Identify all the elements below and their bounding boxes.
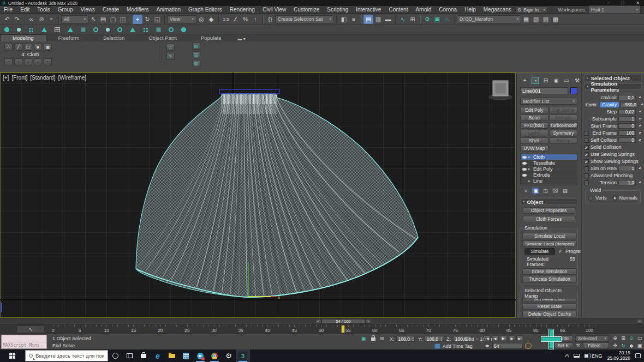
orbit-icon[interactable]: ↻: [619, 342, 627, 349]
spinner-icon[interactable]: ▴▾: [440, 336, 442, 342]
menu-edit[interactable]: Edit: [16, 6, 33, 14]
asset-library-icon[interactable]: ▦: [521, 15, 531, 24]
menu-create[interactable]: Create: [99, 6, 123, 14]
next-frame-button[interactable]: >: [365, 319, 371, 324]
ribbon-tab-modeling[interactable]: Modeling: [0, 34, 46, 41]
ribbon-tab-freeform[interactable]: Freeform: [46, 35, 92, 41]
checkbox-show-sewing-springs[interactable]: ✓: [584, 159, 589, 164]
ribbon-minimize-dropdown[interactable]: ▬ ▾: [237, 37, 245, 41]
spinner-icon[interactable]: ▴▾: [637, 137, 642, 143]
custom-toolbar-icon-7[interactable]: [81, 27, 86, 32]
ribbon-tool-b2-icon[interactable]: ▥: [192, 51, 200, 58]
menu-scripting[interactable]: Scripting: [323, 6, 352, 14]
weld-verts-radio[interactable]: Verts: [588, 195, 607, 201]
progress-checkbox[interactable]: ✓: [558, 249, 563, 254]
menu-megascans[interactable]: Megascans: [480, 6, 515, 14]
calculator-icon[interactable]: [179, 349, 193, 362]
object-rollout-header[interactable]: ▾ Object: [520, 198, 577, 205]
clock[interactable]: 20:19 25.09.2020: [607, 351, 630, 361]
close-button[interactable]: ✕: [636, 1, 640, 5]
simulate-local-button[interactable]: Simulate Local: [522, 233, 577, 239]
mini-curve-editor-button[interactable]: ∿: [16, 325, 45, 333]
select-link-icon[interactable]: ∞: [27, 15, 37, 24]
taskbar-search-input[interactable]: Введите здесь текст для поиска: [25, 350, 108, 361]
spinner-icon[interactable]: ▴▾: [637, 180, 642, 186]
custom-toolbar-icon-9[interactable]: [106, 28, 110, 32]
spinner-icon[interactable]: ▴▾: [637, 116, 642, 122]
spinner-icon[interactable]: ▴▾: [637, 166, 642, 172]
ribbon-tab-object-paint[interactable]: Object Paint: [136, 35, 189, 41]
key-mode-toggle-icon[interactable]: ◀▶: [484, 343, 491, 349]
ribbon-tab-populate[interactable]: Populate: [189, 35, 234, 41]
align-icon[interactable]: ≡: [349, 15, 359, 24]
key-filter-icon[interactable]: ⚒: [575, 343, 581, 348]
select-manipulate-icon[interactable]: ◆: [206, 15, 216, 24]
stack-item-edit-poly[interactable]: ▸Edit Poly: [521, 166, 577, 172]
param-field-end-frame[interactable]: 100: [618, 130, 636, 136]
weld-normals-radio[interactable]: Normals: [612, 195, 638, 201]
custom-toolbar-icon-10[interactable]: [117, 27, 122, 32]
notification-center-icon[interactable]: [635, 353, 641, 358]
play-icon[interactable]: ▶: [500, 335, 507, 341]
edge-icon[interactable]: e: [151, 349, 165, 362]
store-icon[interactable]: [136, 349, 151, 362]
make-unique-icon[interactable]: ◳: [542, 188, 549, 194]
task-view-icon[interactable]: [122, 349, 136, 362]
spinner-icon[interactable]: ▴▾: [637, 95, 642, 101]
poly-tool-3-icon[interactable]: ◕: [24, 58, 32, 65]
param-field-cm-unit[interactable]: 0,1: [618, 95, 636, 100]
current-frame-field[interactable]: 54: [492, 343, 523, 349]
subobject-level-1-icon[interactable]: ∴: [4, 44, 13, 51]
spinner-icon[interactable]: ▴▾: [637, 123, 642, 129]
ribbon-tool-b1-icon[interactable]: ▤: [192, 43, 200, 50]
truncate-simulation-button[interactable]: Truncate Simulation: [522, 276, 577, 282]
key-selection-dropdown[interactable]: Selected ▾: [575, 335, 609, 342]
use-pivot-center-icon[interactable]: ◎: [196, 15, 206, 24]
walk-through-icon[interactable]: ◆: [628, 342, 635, 349]
checkbox-solid-collision[interactable]: ✓: [584, 145, 589, 150]
modifier-button-shell[interactable]: Shell: [520, 137, 548, 144]
poly-tool-1-icon[interactable]: ◔: [4, 58, 13, 65]
eye-icon[interactable]: [522, 156, 527, 159]
modifier-button-bend[interactable]: Bend: [520, 114, 548, 121]
modifier-button-extrude[interactable]: Extrude: [550, 114, 578, 121]
key-filters-button[interactable]: Filters...: [583, 342, 609, 348]
eye-icon[interactable]: [522, 168, 527, 171]
scene-explorer-icon[interactable]: ▥: [373, 15, 383, 24]
telegram-icon[interactable]: [193, 349, 207, 362]
menu-graph-editors[interactable]: Graph Editors: [184, 6, 226, 14]
menu-arnold[interactable]: Arnold: [412, 6, 435, 14]
time-configuration-icon[interactable]: [525, 343, 532, 349]
menu-animation[interactable]: Animation: [153, 6, 184, 14]
zoom-extents-icon[interactable]: ⊙: [628, 335, 635, 342]
param-field-self-collision[interactable]: 0: [618, 137, 636, 143]
button-delete-object-cache[interactable]: Delete Object Cache: [522, 311, 577, 317]
spinner-icon[interactable]: ▴▾: [637, 109, 642, 115]
checkbox-advanced-pinching[interactable]: [584, 173, 589, 178]
modifier-button-sweep[interactable]: Sweep: [550, 137, 578, 144]
gravity-label-highlighted[interactable]: Gravity: [600, 102, 619, 107]
chrome-icon[interactable]: [207, 349, 222, 362]
poly-tool-2-icon[interactable]: ◑: [14, 58, 22, 65]
trackbar-collapse-button[interactable]: <: [636, 319, 643, 324]
select-move-icon[interactable]: +: [133, 15, 142, 24]
absolute-offset-toggle-icon[interactable]: ⊞: [379, 336, 385, 342]
spinner-snap-icon[interactable]: ↕: [251, 15, 260, 24]
import-asset-icon[interactable]: ▨: [541, 15, 551, 24]
stack-item-line[interactable]: ▸Line: [521, 178, 577, 184]
ribbon-toggle-icon[interactable]: ▬: [383, 15, 393, 24]
modifier-button-edit-spline[interactable]: Edit Spline: [550, 107, 578, 113]
bind-spacewarp-icon[interactable]: ≈: [46, 15, 56, 24]
modifier-button-ffd-box[interactable]: FFD(box): [520, 122, 548, 129]
schematic-view-icon[interactable]: ⊞: [408, 15, 418, 24]
layer-manager-icon[interactable]: ▤: [363, 15, 373, 24]
modifier-button-edit-poly[interactable]: Edit Poly: [520, 107, 548, 113]
named-selection-set-dropdown[interactable]: Create Selection Set▾: [275, 15, 334, 23]
custom-toolbar-icon-15[interactable]: [181, 27, 186, 32]
curve-editor-icon[interactable]: ∿: [398, 15, 408, 24]
zoom-region-icon[interactable]: ▭: [636, 335, 643, 342]
custom-toolbar-icon-2[interactable]: [17, 28, 21, 32]
viewport-pov-menu[interactable]: [Front]: [11, 75, 27, 81]
pin-stack-icon[interactable]: ⌖: [522, 188, 529, 194]
poly-tool-5-icon[interactable]: ◓: [44, 58, 52, 65]
